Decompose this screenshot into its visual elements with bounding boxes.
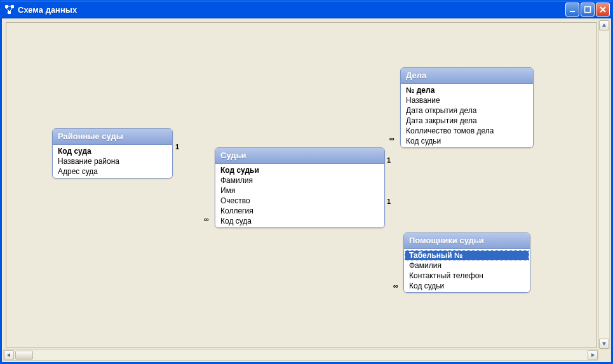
svg-line-4 (6, 8, 9, 11)
svg-rect-0 (5, 5, 8, 8)
rel-one-label: 1 (386, 156, 391, 164)
scroll-corner (598, 349, 610, 361)
rel-one-label: 1 (386, 198, 391, 205)
close-button[interactable] (596, 3, 610, 17)
app-icon (4, 4, 15, 15)
field-row[interactable]: Очество (215, 196, 384, 206)
minimize-button[interactable] (565, 3, 579, 17)
field-row[interactable]: Название (401, 95, 533, 105)
field-row[interactable]: № дела (401, 85, 533, 95)
field-row[interactable]: Фамилия (404, 260, 530, 271)
field-row[interactable]: Код суда (53, 146, 172, 156)
window-title: Схема данных (18, 5, 565, 15)
maximize-button[interactable] (581, 3, 595, 17)
svg-rect-7 (585, 7, 591, 13)
field-row[interactable]: Адрес суда (53, 166, 172, 177)
field-row[interactable]: Код судьи (404, 281, 530, 291)
field-row[interactable]: Код суда (215, 216, 384, 226)
field-row[interactable]: Название района (53, 156, 172, 166)
app-window: Схема данных (0, 0, 613, 364)
table-assistants[interactable]: Помощники судьи Табельный №ФамилияКонтак… (403, 233, 530, 293)
field-row[interactable]: Фамилия (215, 175, 384, 185)
titlebar[interactable]: Схема данных (1, 1, 612, 18)
scroll-up-button[interactable] (599, 20, 609, 30)
horizontal-scrollbar[interactable] (3, 349, 598, 361)
table-courts[interactable]: Районные суды Код судаНазвание районаАдр… (52, 128, 173, 179)
scroll-down-button[interactable] (599, 339, 609, 349)
rel-many-label: ∞ (393, 282, 399, 290)
svg-rect-2 (8, 11, 11, 14)
table-judges[interactable]: Судьи Код судьиФамилияИмяОчествоКоллегия… (215, 147, 385, 228)
field-row[interactable]: Контактный телефон (404, 271, 530, 281)
field-row[interactable]: Дата закрытия дела (401, 116, 533, 126)
field-row[interactable]: Коллегия (215, 206, 384, 216)
table-fields: Код судаНазвание районаАдрес суда (53, 145, 172, 178)
vertical-scrollbar[interactable] (598, 20, 610, 349)
scrollbar-thumb[interactable] (15, 351, 33, 360)
field-row[interactable]: Код судьи (215, 165, 384, 175)
field-row[interactable]: Колличество томов дела (401, 126, 533, 136)
relation-lines (6, 23, 197, 118)
scroll-right-button[interactable] (588, 350, 598, 360)
relationships-canvas[interactable]: 1 ∞ 1 ∞ 1 ∞ Районные суды Код судаНазван… (6, 22, 597, 348)
svg-line-5 (10, 8, 12, 11)
field-row[interactable]: Табельный № (405, 250, 529, 260)
table-fields: Код судьиФамилияИмяОчествоКоллегияКод су… (215, 164, 384, 227)
svg-rect-6 (570, 11, 575, 12)
field-row[interactable]: Дата открытия дела (401, 105, 533, 116)
table-title[interactable]: Помощники судьи (404, 233, 530, 249)
field-row[interactable]: Код судьи (401, 136, 533, 146)
client-area: 1 ∞ 1 ∞ 1 ∞ Районные суды Код судаНазван… (1, 18, 612, 363)
table-fields: Табельный №ФамилияКонтактный телефонКод … (404, 249, 530, 292)
rel-many-label: ∞ (203, 215, 210, 223)
table-title[interactable]: Дела (401, 68, 533, 84)
field-row[interactable]: Имя (215, 185, 384, 196)
table-cases[interactable]: Дела № делаНазваниеДата открытия делаДат… (400, 67, 534, 148)
scroll-left-button[interactable] (4, 350, 14, 360)
rel-many-label: ∞ (389, 135, 395, 142)
svg-rect-1 (11, 5, 14, 8)
table-title[interactable]: Районные суды (53, 129, 172, 145)
table-title[interactable]: Судьи (215, 148, 384, 164)
rel-one-label: 1 (175, 143, 180, 151)
table-fields: № делаНазваниеДата открытия делаДата зак… (401, 84, 533, 147)
